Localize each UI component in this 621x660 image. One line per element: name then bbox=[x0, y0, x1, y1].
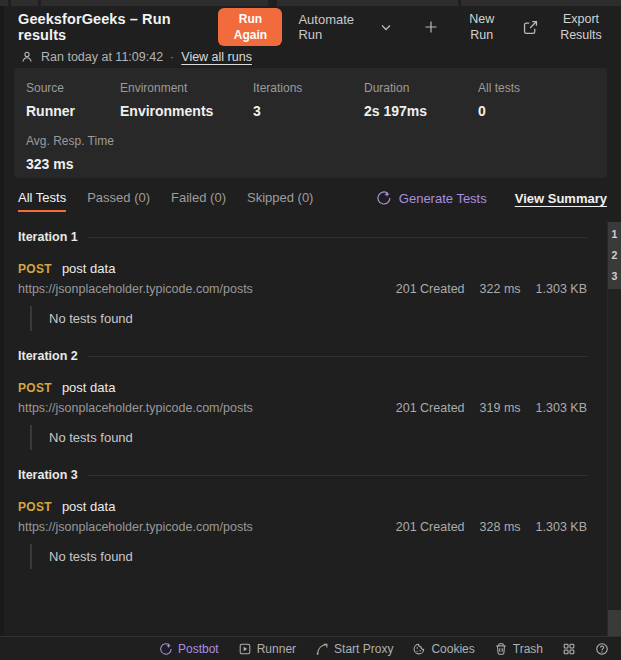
iteration-header: Iteration 1 bbox=[18, 228, 587, 246]
response-status: 201 Created bbox=[396, 282, 465, 296]
no-tests-message: No tests found bbox=[30, 425, 587, 450]
divider bbox=[88, 237, 587, 238]
header: GeeksforGeeks – Run results Run Again Au… bbox=[0, 6, 621, 68]
iteration-header: Iteration 2 bbox=[18, 347, 587, 365]
run-results-window: GeeksforGeeks – Run results Run Again Au… bbox=[0, 0, 621, 660]
summary-source: Source Runner bbox=[26, 81, 120, 119]
response-time: 322 ms bbox=[480, 282, 521, 296]
start-proxy-label: Start Proxy bbox=[334, 642, 393, 656]
summary-value: 3 bbox=[253, 103, 364, 119]
response-meta: 201 Created 328 ms 1.303 KB bbox=[396, 520, 587, 534]
postbot-icon bbox=[159, 642, 173, 656]
meta-separator: · bbox=[170, 50, 174, 64]
iteration-block: Iteration 3 POST post data https://jsonp… bbox=[18, 466, 587, 569]
request-method: POST bbox=[18, 381, 52, 395]
help-icon[interactable] bbox=[595, 642, 609, 656]
divider bbox=[88, 475, 587, 476]
request-url: https://jsonplaceholder.typicode.com/pos… bbox=[18, 520, 396, 534]
run-meta-row: Ran today at 11:09:42 · View all runs bbox=[18, 48, 607, 66]
request-url-row: https://jsonplaceholder.typicode.com/pos… bbox=[18, 282, 587, 296]
response-time: 328 ms bbox=[480, 520, 521, 534]
request-method: POST bbox=[18, 262, 52, 276]
cookies-label: Cookies bbox=[431, 642, 474, 656]
windows-grid-icon[interactable] bbox=[562, 642, 576, 656]
no-tests-message: No tests found bbox=[30, 306, 587, 331]
iteration-marker-1[interactable]: 1 bbox=[608, 224, 621, 245]
new-run-button[interactable]: New Run bbox=[459, 11, 504, 44]
request-row[interactable]: POST post data bbox=[18, 261, 587, 276]
export-results-button[interactable]: Export Results bbox=[555, 11, 607, 44]
postbot-button[interactable]: Postbot bbox=[159, 642, 219, 656]
request-url: https://jsonplaceholder.typicode.com/pos… bbox=[18, 401, 396, 415]
runner-button[interactable]: Runner bbox=[238, 642, 296, 656]
scroll-thumb[interactable]: 1 2 3 bbox=[608, 222, 621, 289]
tab-passed[interactable]: Passed (0) bbox=[87, 183, 150, 212]
tab-failed[interactable]: Failed (0) bbox=[171, 183, 226, 212]
iteration-marker-2[interactable]: 2 bbox=[608, 245, 621, 266]
response-meta: 201 Created 322 ms 1.303 KB bbox=[396, 282, 587, 296]
iteration-marker-3[interactable]: 3 bbox=[608, 266, 621, 287]
run-summary-card: Source Runner Environment Environments I… bbox=[14, 68, 607, 178]
chevron-down-icon bbox=[381, 24, 391, 31]
scroll-rail-bottom bbox=[608, 610, 621, 636]
trash-button[interactable]: Trash bbox=[494, 642, 543, 656]
start-proxy-icon bbox=[315, 642, 329, 656]
user-icon bbox=[20, 50, 34, 64]
request-row[interactable]: POST post data bbox=[18, 380, 587, 395]
summary-environment: Environment Environments bbox=[120, 81, 253, 119]
postbot-sparkle-icon bbox=[376, 190, 392, 206]
postbot-label: Postbot bbox=[178, 642, 219, 656]
request-row[interactable]: POST post data bbox=[18, 499, 587, 514]
status-bar: Postbot Runner Start Proxy bbox=[0, 636, 621, 660]
request-name: post data bbox=[62, 261, 116, 276]
cookies-button[interactable]: Cookies bbox=[412, 642, 474, 656]
run-again-button[interactable]: Run Again bbox=[218, 8, 282, 46]
summary-row: Source Runner Environment Environments I… bbox=[26, 81, 595, 119]
request-name: post data bbox=[62, 499, 116, 514]
summary-value: 323 ms bbox=[26, 156, 595, 172]
response-size: 1.303 KB bbox=[536, 520, 587, 534]
response-time: 319 ms bbox=[480, 401, 521, 415]
summary-value: Runner bbox=[26, 103, 120, 119]
start-proxy-button[interactable]: Start Proxy bbox=[315, 642, 393, 656]
generate-tests-button[interactable]: Generate Tests bbox=[376, 190, 487, 206]
tab-skipped[interactable]: Skipped (0) bbox=[247, 183, 313, 212]
request-name: post data bbox=[62, 380, 116, 395]
runner-icon bbox=[238, 642, 252, 656]
tabs-actions: Generate Tests View Summary bbox=[376, 183, 607, 206]
summary-avg-resp-time: Avg. Resp. Time 323 ms bbox=[26, 134, 595, 172]
cookie-icon bbox=[412, 642, 426, 656]
summary-all-tests: All tests 0 bbox=[478, 81, 520, 119]
summary-label: Duration bbox=[364, 81, 478, 95]
request-url: https://jsonplaceholder.typicode.com/pos… bbox=[18, 282, 396, 296]
tab-all-tests[interactable]: All Tests bbox=[18, 183, 66, 212]
response-meta: 201 Created 319 ms 1.303 KB bbox=[396, 401, 587, 415]
summary-value: 0 bbox=[478, 103, 520, 119]
view-all-runs-link[interactable]: View all runs bbox=[181, 50, 252, 64]
summary-duration: Duration 2s 197ms bbox=[364, 81, 478, 119]
summary-label: Avg. Resp. Time bbox=[26, 134, 595, 148]
divider bbox=[88, 356, 587, 357]
no-tests-message: No tests found bbox=[30, 544, 587, 569]
request-url-row: https://jsonplaceholder.typicode.com/pos… bbox=[18, 520, 587, 534]
scroll-rail[interactable]: 1 2 3 bbox=[607, 222, 621, 636]
response-size: 1.303 KB bbox=[536, 401, 587, 415]
summary-label: Environment bbox=[120, 81, 253, 95]
share-icon[interactable] bbox=[522, 19, 539, 36]
iteration-block: Iteration 1 POST post data https://jsonp… bbox=[18, 228, 587, 331]
runner-label: Runner bbox=[257, 642, 296, 656]
plus-icon[interactable] bbox=[423, 19, 439, 35]
trash-icon bbox=[494, 642, 508, 656]
automate-run-dropdown[interactable]: Automate Run bbox=[298, 12, 391, 42]
response-status: 201 Created bbox=[396, 401, 465, 415]
response-size: 1.303 KB bbox=[536, 282, 587, 296]
iteration-header: Iteration 3 bbox=[18, 466, 587, 484]
test-filter-tabs: All Tests Passed (0) Failed (0) Skipped … bbox=[18, 183, 607, 218]
automate-run-label: Automate Run bbox=[298, 12, 374, 42]
request-url-row: https://jsonplaceholder.typicode.com/pos… bbox=[18, 401, 587, 415]
iteration-block: Iteration 2 POST post data https://jsonp… bbox=[18, 347, 587, 450]
iteration-title: Iteration 1 bbox=[18, 230, 78, 244]
view-summary-link[interactable]: View Summary bbox=[515, 191, 607, 206]
summary-value: Environments bbox=[120, 103, 253, 119]
iteration-title: Iteration 2 bbox=[18, 349, 78, 363]
